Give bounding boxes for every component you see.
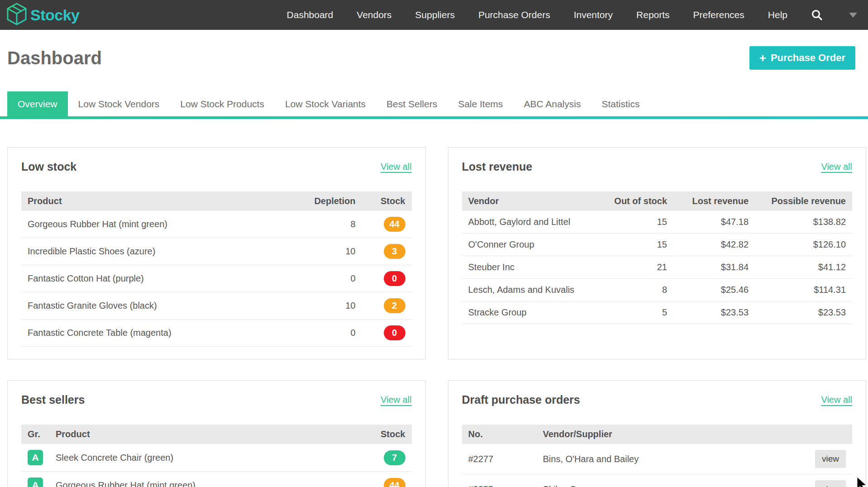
lost-revenue-value: $25.46 — [673, 279, 755, 301]
tab-low-stock-products[interactable]: Low Stock Products — [170, 91, 275, 116]
top-navbar: Stocky Dashboard Vendors Suppliers Purch… — [0, 0, 868, 30]
best-sellers-title: Best sellers — [21, 393, 85, 406]
out-of-stock-value: 21 — [596, 256, 673, 279]
possible-revenue-value: $126.10 — [755, 234, 852, 256]
possible-revenue-value: $23.53 — [755, 301, 852, 324]
stock-badge: 0 — [384, 325, 405, 340]
lost-revenue-value: $23.53 — [673, 301, 755, 324]
stock-badge: 7 — [384, 450, 405, 465]
depletion-value: 10 — [294, 292, 362, 320]
table-row: Fantastic Cotton Hat (purple) 0 0 — [21, 265, 412, 292]
possible-revenue-value: $138.82 — [755, 211, 852, 234]
tab-low-stock-variants[interactable]: Low Stock Variants — [275, 91, 376, 116]
search-icon[interactable] — [811, 9, 823, 21]
vendor-name: Steuber Inc — [462, 256, 597, 279]
out-of-stock-value: 15 — [596, 211, 673, 234]
table-header-row: Vendor Out of stock Lost revenue Possibl… — [462, 191, 853, 211]
out-of-stock-value: 8 — [596, 279, 673, 301]
table-row: Steuber Inc 21 $31.84 $41.12 — [462, 256, 853, 279]
stock-badge: 0 — [384, 271, 405, 286]
draft-purchase-orders-title: Draft purchase orders — [462, 393, 580, 406]
draft-purchase-orders-view-all-link[interactable]: View all — [821, 395, 852, 405]
column-product: Product — [49, 425, 362, 444]
low-stock-view-all-link[interactable]: View all — [381, 162, 412, 172]
table-row: A Sleek Concrete Chair (green) 7 — [21, 444, 412, 472]
column-lost-revenue: Lost revenue — [673, 191, 755, 211]
column-grade: Gr. — [21, 425, 49, 444]
table-row: Abbott, Gaylord and Littel 15 $47.18 $13… — [462, 211, 853, 234]
product-name: Sleek Concrete Chair (green) — [49, 444, 362, 472]
nav-item-dashboard[interactable]: Dashboard — [287, 10, 334, 20]
tabbar-underline — [0, 116, 868, 119]
out-of-stock-value: 5 — [596, 301, 673, 324]
stocky-logo[interactable]: Stocky — [6, 3, 80, 27]
table-header-row: Product Depletion Stock — [21, 191, 412, 211]
product-name: Incredible Plastic Shoes (azure) — [21, 238, 294, 265]
table-row: O'Conner Group 15 $42.82 $126.10 — [462, 234, 853, 256]
product-name: Fantastic Concrete Table (magenta) — [21, 320, 294, 347]
tab-overview[interactable]: Overview — [7, 91, 68, 116]
vendor-name: Lesch, Adams and Kuvalis — [462, 279, 597, 301]
chevron-down-icon[interactable] — [849, 13, 857, 18]
nav-item-preferences[interactable]: Preferences — [693, 10, 744, 20]
column-product: Product — [21, 191, 294, 211]
nav-menu: Dashboard Vendors Suppliers Purchase Ord… — [287, 9, 857, 21]
tab-best-sellers[interactable]: Best Sellers — [376, 91, 448, 116]
lost-revenue-view-all-link[interactable]: View all — [821, 162, 852, 172]
vendor-name: O'Conner Group — [462, 234, 597, 256]
po-vendor: Skiles Group — [537, 474, 809, 487]
table-row: Gorgeous Rubber Hat (mint green) 8 44 — [21, 211, 412, 238]
table-row: Lesch, Adams and Kuvalis 8 $25.46 $114.3… — [462, 279, 853, 301]
tab-statistics[interactable]: Statistics — [591, 91, 650, 116]
lost-revenue-value: $31.84 — [673, 256, 755, 279]
new-purchase-order-button[interactable]: + Purchase Order — [749, 46, 855, 70]
grade-badge: A — [28, 450, 43, 465]
table-row: Incredible Plastic Shoes (azure) 10 3 — [21, 238, 412, 265]
table-row: Fantastic Concrete Table (magenta) 0 0 — [21, 320, 412, 347]
plus-icon: + — [759, 52, 766, 64]
grade-badge: A — [28, 477, 43, 487]
view-button[interactable]: view — [815, 450, 846, 468]
tab-abc-analysis[interactable]: ABC Analysis — [513, 91, 591, 116]
depletion-value: 0 — [294, 320, 362, 347]
page-title: Dashboard — [7, 48, 102, 68]
nav-item-inventory[interactable]: Inventory — [574, 10, 613, 20]
po-number: #2277 — [462, 444, 537, 474]
nav-item-suppliers[interactable]: Suppliers — [415, 10, 455, 20]
tab-low-stock-vendors[interactable]: Low Stock Vendors — [68, 91, 170, 116]
table-row: A Gorgeous Rubber Hat (mint green) 44 — [21, 472, 412, 487]
column-possible-revenue: Possible revenue — [755, 191, 852, 211]
depletion-value: 0 — [294, 265, 362, 292]
view-button[interactable]: view — [815, 480, 846, 487]
draft-purchase-orders-card: Draft purchase orders View all No. Vendo… — [448, 380, 867, 487]
column-action — [809, 425, 852, 444]
stock-badge: 2 — [384, 298, 405, 313]
product-name: Fantastic Granite Gloves (black) — [21, 292, 294, 320]
column-vendor-supplier: Vendor/Supplier — [537, 425, 809, 444]
tab-sale-items[interactable]: Sale Items — [448, 91, 513, 116]
table-row: Fantastic Granite Gloves (black) 10 2 — [21, 292, 412, 320]
nav-item-reports[interactable]: Reports — [636, 10, 670, 20]
product-name: Fantastic Cotton Hat (purple) — [21, 265, 294, 292]
low-stock-title: Low stock — [21, 160, 76, 173]
lost-revenue-title: Lost revenue — [462, 160, 533, 173]
depletion-value: 10 — [294, 238, 362, 265]
nav-item-purchase-orders[interactable]: Purchase Orders — [478, 10, 550, 20]
mouse-cursor — [856, 477, 868, 487]
lost-revenue-value: $47.18 — [673, 211, 755, 234]
depletion-value: 8 — [294, 211, 362, 238]
best-sellers-view-all-link[interactable]: View all — [381, 395, 412, 405]
table-header-row: No. Vendor/Supplier — [462, 425, 853, 444]
possible-revenue-value: $114.31 — [755, 279, 852, 301]
nav-item-vendors[interactable]: Vendors — [357, 10, 391, 20]
nav-item-help[interactable]: Help — [768, 10, 787, 20]
table-row: #2255 Skiles Group view — [462, 474, 853, 487]
stocky-cube-icon — [6, 3, 27, 27]
table-header-row: Gr. Product Stock — [21, 425, 412, 444]
po-vendor: Bins, O'Hara and Bailey — [537, 444, 809, 474]
best-sellers-card: Best sellers View all Gr. Product Stock … — [7, 380, 426, 487]
possible-revenue-value: $41.12 — [755, 256, 852, 279]
column-depletion: Depletion — [294, 191, 362, 211]
column-vendor: Vendor — [462, 191, 597, 211]
vendor-name: Stracke Group — [462, 301, 597, 324]
